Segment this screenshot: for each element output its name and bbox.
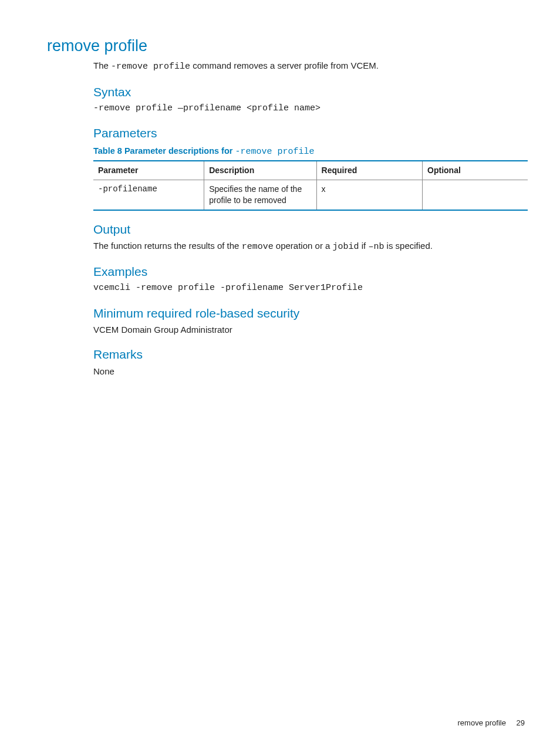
table-header-row: Parameter Description Required Optional	[93, 161, 528, 180]
output-code-c: –nb	[368, 242, 384, 252]
security-heading: Minimum required role-based security	[93, 305, 525, 322]
cell-optional	[423, 180, 528, 210]
table-caption: Table 8 Parameter descriptions for -remo…	[93, 146, 525, 158]
intro-text: The -remove profile command removes a se…	[93, 60, 525, 73]
header-parameter: Parameter	[93, 161, 204, 180]
page-title: remove profile	[47, 35, 525, 56]
header-optional: Optional	[423, 161, 528, 180]
security-text: VCEM Domain Group Administrator	[93, 324, 525, 336]
intro-command: -remove profile	[111, 62, 190, 72]
caption-prefix: Table 8 Parameter descriptions for	[93, 146, 235, 156]
output-code-b: jobid	[333, 242, 359, 252]
output-text-c: if	[359, 241, 369, 251]
cell-description: Specifies the name of the profile to be …	[204, 180, 316, 210]
output-text-d: is specified.	[384, 241, 433, 251]
table-row: -profilename Specifies the name of the p…	[93, 180, 528, 210]
parameters-heading: Parameters	[93, 125, 525, 141]
output-code-a: remove	[242, 242, 274, 252]
syntax-code: -remove profile —profilename <profile na…	[93, 103, 525, 114]
cell-required: x	[316, 180, 422, 210]
cell-parameter: -profilename	[93, 180, 204, 210]
output-text: The function returns the results of the …	[93, 240, 525, 253]
examples-code: vcemcli -remove profile -profilename Ser…	[93, 282, 525, 294]
output-text-b: operation or a	[274, 241, 333, 251]
intro-prefix: The	[93, 60, 111, 70]
parameters-table: Parameter Description Required Optional …	[93, 160, 528, 211]
intro-suffix: command removes a server profile from VC…	[190, 60, 379, 70]
examples-heading: Examples	[93, 264, 525, 280]
syntax-heading: Syntax	[93, 84, 525, 100]
header-required: Required	[316, 161, 422, 180]
header-description: Description	[204, 161, 316, 180]
output-text-a: The function returns the results of the	[93, 241, 242, 251]
remarks-text: None	[93, 366, 525, 377]
caption-command: -remove profile	[235, 147, 314, 157]
output-heading: Output	[93, 221, 525, 238]
remarks-heading: Remarks	[93, 346, 525, 363]
